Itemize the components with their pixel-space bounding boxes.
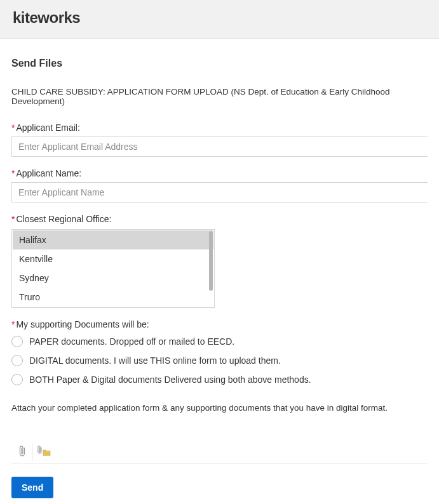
radio-label: PAPER documents. Dropped off or mailed t… xyxy=(29,336,234,347)
radio-option-paper[interactable]: PAPER documents. Dropped off or mailed t… xyxy=(11,336,428,347)
form-content: Send Files CHILD CARE SUBSIDY: APPLICATI… xyxy=(0,39,439,504)
label-documents-type: *My supporting Documents will be: xyxy=(11,319,428,329)
attach-file-button[interactable] xyxy=(11,443,33,461)
radio-icon xyxy=(11,374,23,385)
office-option-sydney[interactable]: Sydney xyxy=(13,269,213,288)
label-applicant-email: *Applicant Email: xyxy=(11,123,428,133)
radio-group-documents: PAPER documents. Dropped off or mailed t… xyxy=(11,336,428,385)
send-button[interactable]: Send xyxy=(11,477,53,498)
input-applicant-name[interactable] xyxy=(11,182,428,202)
radio-label: DIGITAL documents. I will use THIS onlin… xyxy=(29,355,281,366)
field-documents-type: *My supporting Documents will be: PAPER … xyxy=(11,319,428,385)
app-header: kiteworks xyxy=(0,0,439,39)
required-marker: * xyxy=(11,123,15,133)
label-regional-office: *Closest Regional Office: xyxy=(11,214,428,224)
page-subtitle: CHILD CARE SUBSIDY: APPLICATION FORM UPL… xyxy=(11,87,428,106)
page-title: Send Files xyxy=(11,58,428,69)
listbox-scrollbar[interactable] xyxy=(209,231,213,306)
required-marker: * xyxy=(11,168,15,178)
required-marker: * xyxy=(11,214,15,224)
attach-instruction: Attach your completed application form &… xyxy=(11,403,428,413)
required-marker: * xyxy=(11,319,15,329)
label-applicant-name: *Applicant Name: xyxy=(11,168,428,178)
radio-option-digital[interactable]: DIGITAL documents. I will use THIS onlin… xyxy=(11,355,428,366)
field-applicant-email: *Applicant Email: xyxy=(11,123,428,157)
radio-label: BOTH Paper & Digital documents Delivered… xyxy=(29,375,311,385)
logo: kiteworks xyxy=(13,9,426,27)
input-applicant-email[interactable] xyxy=(11,136,428,157)
radio-icon xyxy=(11,336,23,347)
listbox-scrollbar-thumb[interactable] xyxy=(209,231,213,291)
attach-folder-button[interactable] xyxy=(33,443,55,461)
paperclip-icon xyxy=(17,446,27,459)
office-option-halifax[interactable]: Halifax xyxy=(13,230,213,249)
field-regional-office: *Closest Regional Office: Halifax Kentvi… xyxy=(11,214,428,308)
office-option-truro[interactable]: Truro xyxy=(13,288,213,307)
paperclip-folder-icon xyxy=(37,446,51,459)
attachment-toolbar xyxy=(11,443,428,464)
listbox-regional-office[interactable]: Halifax Kentville Sydney Truro xyxy=(11,229,215,308)
field-applicant-name: *Applicant Name: xyxy=(11,168,428,202)
radio-icon xyxy=(11,355,23,366)
office-option-kentville[interactable]: Kentville xyxy=(13,249,213,269)
radio-option-both[interactable]: BOTH Paper & Digital documents Delivered… xyxy=(11,374,428,385)
